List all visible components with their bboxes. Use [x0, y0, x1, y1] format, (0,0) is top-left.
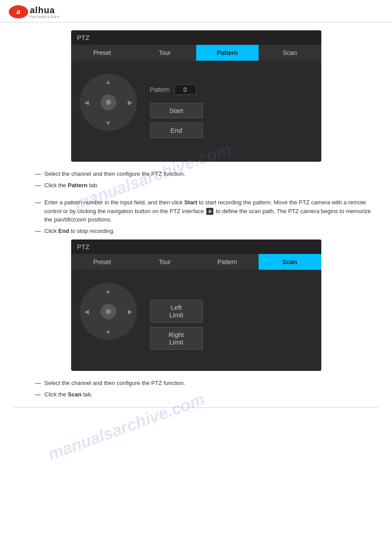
bullets-section-2: — Select the channel and then configure … — [35, 379, 379, 399]
dpad-dot-2 — [105, 308, 111, 315]
ptz-body-1: ▲ ▼ ◀ ▶ Pattern Start End — [71, 61, 321, 162]
tab-preset-2[interactable]: Preset — [71, 254, 134, 270]
tab-pattern-2[interactable]: Pattern — [196, 254, 259, 270]
bullet-1-1: — Select the channel and then configure … — [35, 170, 379, 178]
bullet-2-1: — Select the channel and then configure … — [35, 379, 379, 388]
logo: a alhua TECHNOLOGY — [9, 5, 60, 18]
dpad-left-2[interactable]: ◀ — [84, 308, 89, 315]
ptz-title-1: PTZ — [71, 30, 321, 45]
bullet-2-2: — Click the Scan tab. — [35, 390, 379, 399]
logo-oval: a — [9, 5, 28, 18]
dpad-center-2[interactable] — [101, 304, 116, 319]
dpad-center-1[interactable] — [101, 94, 116, 110]
ptz-panel-1: PTZ Preset Tour Pattern Scan ▲ ▼ ◀ ▶ — [71, 30, 321, 162]
bullet-1-3: — Enter a pattern number in the input fi… — [35, 198, 379, 224]
dpad-left-1[interactable]: ◀ — [84, 99, 89, 106]
svg-point-0 — [209, 210, 211, 213]
right-limit-button[interactable]: Right Limit — [150, 327, 203, 350]
brand-sub: TECHNOLOGY — [30, 15, 60, 18]
dpad-1: ▲ ▼ ◀ ▶ — [80, 74, 137, 131]
ptz-title-2: PTZ — [71, 239, 321, 254]
tab-tour-1[interactable]: Tour — [133, 45, 196, 61]
dpad-2: ▲ ▼ ◀ ▶ — [80, 283, 137, 340]
pattern-label: Pattern — [150, 86, 170, 93]
dpad-outer-2: ▲ ▼ ◀ ▶ — [80, 283, 137, 340]
ptz-panel-2: PTZ Preset Tour Pattern Scan ▲ ▼ ◀ ▶ — [71, 239, 321, 371]
brand-name: alhua — [30, 5, 60, 15]
dpad-outer-1: ▲ ▼ ◀ ▶ — [80, 74, 137, 131]
end-button[interactable]: End — [150, 123, 203, 138]
pattern-row: Pattern — [150, 84, 203, 95]
tab-pattern-1[interactable]: Pattern — [196, 45, 259, 61]
left-limit-button[interactable]: Left Limit — [150, 300, 203, 323]
logo-letter: a — [17, 8, 21, 16]
dpad-down-2[interactable]: ▼ — [105, 329, 111, 336]
bullet-1-4: — Click End to stop recording. — [35, 227, 379, 236]
bullet-1-2: — Click the Pattern tab. — [35, 181, 379, 190]
ptz-body-2: ▲ ▼ ◀ ▶ Left Limit Right Limit — [71, 270, 321, 371]
dpad-right-1[interactable]: ▶ — [128, 99, 133, 106]
dpad-dot-1 — [105, 99, 111, 105]
bullets-section-1: — Select the channel and then configure … — [35, 170, 379, 235]
bottom-divider — [13, 407, 379, 410]
tab-scan-1[interactable]: Scan — [259, 45, 321, 61]
gear-icon-inline — [206, 208, 213, 215]
scan-controls: Left Limit Right Limit — [150, 287, 203, 362]
tab-tour-2[interactable]: Tour — [133, 254, 196, 270]
ptz-tabs-1: Preset Tour Pattern Scan — [71, 45, 321, 61]
page-header: a alhua TECHNOLOGY — [0, 0, 392, 22]
tab-scan-2[interactable]: Scan — [259, 254, 321, 270]
ptz-tabs-2: Preset Tour Pattern Scan — [71, 254, 321, 270]
dpad-up-1[interactable]: ▲ — [105, 78, 111, 85]
dpad-down-1[interactable]: ▼ — [105, 120, 111, 127]
tab-preset-1[interactable]: Preset — [71, 45, 134, 61]
pattern-controls: Pattern Start End — [150, 69, 203, 153]
logo-text: alhua TECHNOLOGY — [30, 5, 60, 18]
dpad-up-2[interactable]: ▲ — [105, 287, 111, 294]
pattern-input[interactable] — [174, 84, 196, 95]
start-button[interactable]: Start — [150, 103, 203, 118]
dpad-right-2[interactable]: ▶ — [128, 308, 133, 315]
